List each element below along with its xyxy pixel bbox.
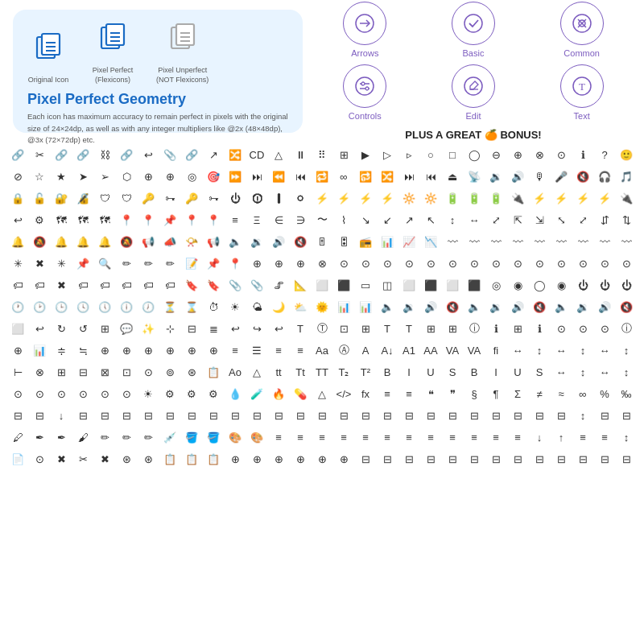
pixel-unperfect-example: Pixel Unperfect(NOT Flexicons)	[156, 21, 208, 85]
icon-bb13: ≡	[269, 427, 288, 447]
icon-battery9: 🔌	[617, 188, 636, 208]
icon-y3: ⊞	[52, 362, 71, 382]
icon-t15: ⊗	[312, 254, 332, 273]
icon-vol2: 🔊	[508, 167, 527, 186]
icon-bb4: 🖌	[73, 427, 93, 447]
pixel-unperfect-label: Pixel Unperfect(NOT Flexicons)	[156, 66, 208, 85]
icon-y10: 📋	[204, 362, 223, 382]
text-circle: T	[560, 64, 604, 108]
pixel-desc: Each icon has maximum accuracy to remain…	[27, 111, 288, 146]
icon-u4: 🏷	[73, 275, 93, 295]
icon-x14: ≡	[291, 341, 310, 360]
icon-cc18: ⊟	[378, 449, 397, 469]
icon-t16: ⊙	[334, 254, 353, 273]
icon-t17: ⊙	[356, 254, 375, 273]
icon-v4: 🕓	[73, 297, 93, 316]
category-common[interactable]: Common	[532, 2, 631, 58]
icon-v29: 🔇	[617, 297, 636, 316]
icon-cc19: ⊟	[399, 449, 419, 469]
icon-z23: ¶	[486, 384, 506, 403]
icon-z24: Σ	[508, 384, 527, 403]
icon-shuffle: 🔀	[378, 167, 397, 186]
category-controls[interactable]: Controls	[316, 64, 415, 121]
icon-y16: T₂	[334, 362, 353, 382]
icons-row-6: ✳ ✖ ✳ 📌 🔍 ✏ ✏ ✏ 📝 📌 📍 ⊕ ⊕ ⊕ ⊗ ⊙ ⊙ ⊙ ⊙ ⊙ …	[8, 253, 636, 274]
icon-u19: ⬜	[399, 275, 419, 295]
icon-x10: ⊕	[204, 341, 223, 360]
icon-aa9: ⊟	[182, 406, 201, 425]
pixel-perfect-label: Pixel Perfect(Flexicons)	[93, 66, 134, 85]
icon-s10: 📢	[204, 232, 223, 251]
icon-check-circle: ⊙	[551, 145, 571, 164]
icon-cc8: 📋	[160, 449, 180, 469]
icon-w17: ⊞	[356, 319, 375, 338]
icons-row-10: ⊕ 📊 ≑ ≒ ⊕ ⊕ ⊕ ⊕ ⊕ ⊕ ≡ ☰ ≡ ≡ Aa Ⓐ A A↓ A1…	[8, 340, 636, 361]
icon-v1: 🕐	[8, 297, 27, 316]
icon-t23: ⊙	[486, 254, 506, 273]
icons-row-11: ⊢ ⊗ ⊞ ⊟ ⊠ ⊡ ⊙ ⊚ ⊛ 📋 Ao △ tt Tt TT T₂ T² …	[8, 361, 636, 382]
category-edit[interactable]: Edit	[424, 64, 523, 121]
icon-flash: 🔆	[399, 188, 419, 208]
icon-bolt: ⚡	[312, 188, 332, 208]
icon-lock6: 🛡	[117, 188, 136, 208]
icon-v13: 🌙	[269, 297, 288, 316]
icon-lock2: 🔓	[30, 188, 49, 208]
icon-lock7: 🔑	[138, 188, 158, 208]
icon-x5: ⊕	[95, 341, 114, 360]
svg-point-27	[464, 77, 482, 95]
icon-x7: ⊕	[138, 341, 158, 360]
icon-cc22: ⊟	[464, 449, 484, 469]
icon-t4: 📌	[73, 254, 93, 273]
icon-lock5: 🛡	[95, 188, 114, 208]
icon-ff2: ⏭	[247, 167, 266, 186]
icon-power3: ⏽	[269, 188, 288, 208]
icon-z17: fx	[356, 384, 375, 403]
icon-v12: 🌤	[247, 297, 266, 316]
icon-u6: 🏷	[117, 275, 136, 295]
svg-point-17	[464, 14, 482, 32]
icons-row-7: 🏷 🏷 ✖ 🏷 🏷 🏷 🏷 🏷 🔖 🔖 📎 📎 🖇 📐 ⬜ ⬛ ▭ ◫ ⬜ ⬛ …	[8, 275, 636, 295]
category-text[interactable]: T Text	[532, 64, 631, 121]
icon-aa19: ⊟	[399, 406, 419, 425]
icon-x18: A↓	[378, 341, 397, 360]
icon-x24: ↔	[508, 341, 527, 360]
arrows-label: Arrows	[351, 48, 378, 58]
icon-bb27: ≡	[573, 427, 592, 447]
icon-play2: ▷	[378, 145, 397, 164]
icon-link5: 🔗	[117, 145, 136, 164]
icon-w23: ℹ	[486, 319, 506, 338]
icon-u10: 🔖	[204, 275, 223, 295]
icon-v27: 🔉	[573, 297, 592, 316]
icon-r8: 📌	[160, 210, 180, 229]
icon-r28: ⇵	[595, 210, 614, 229]
icon-x19: A1	[399, 341, 419, 360]
common-circle	[560, 2, 604, 45]
icon-y4: ⊟	[73, 362, 93, 382]
icon-aa29: ⊟	[617, 406, 636, 425]
icon-y18: B	[378, 362, 397, 382]
icon-battery6: ⚡	[551, 188, 571, 208]
icon-flash2: 🔆	[421, 188, 440, 208]
icon-s26: 〰	[551, 232, 571, 251]
icon-v21: 🔇	[443, 297, 462, 316]
icon-y22: B	[464, 362, 484, 382]
icons-row-1: 🔗 ✂ 🔗 🔗 ⛓ 🔗 ↩ 📎 🔗 ↗ 🔀 CD △ ⏸ ⠿ ⊞ ▶ ▷ ▹ ○…	[8, 144, 636, 165]
icon-link3: 🔗	[73, 145, 93, 164]
icon-s27: 〰	[573, 232, 592, 251]
icon-aa23: ⊟	[486, 406, 506, 425]
icon-x8: ⊕	[160, 341, 180, 360]
icon-s16: 🎛	[334, 232, 353, 251]
icon-u9: 🔖	[182, 275, 201, 295]
category-arrows[interactable]: Arrows	[316, 2, 415, 58]
icon-r1: ↩	[8, 210, 27, 229]
category-basic[interactable]: Basic	[424, 2, 523, 58]
icon-aa28: ⊟	[595, 406, 614, 425]
icon-w27: ⊙	[573, 319, 592, 338]
icon-t22: ⊙	[464, 254, 484, 273]
icon-smile: 🙂	[617, 145, 636, 164]
icon-u18: ◫	[378, 275, 397, 295]
icon-u5: 🏷	[95, 275, 114, 295]
icon-cc3: ✖	[52, 449, 71, 469]
icon-play: ▶	[356, 145, 375, 164]
icon-x16: Ⓐ	[334, 341, 353, 360]
